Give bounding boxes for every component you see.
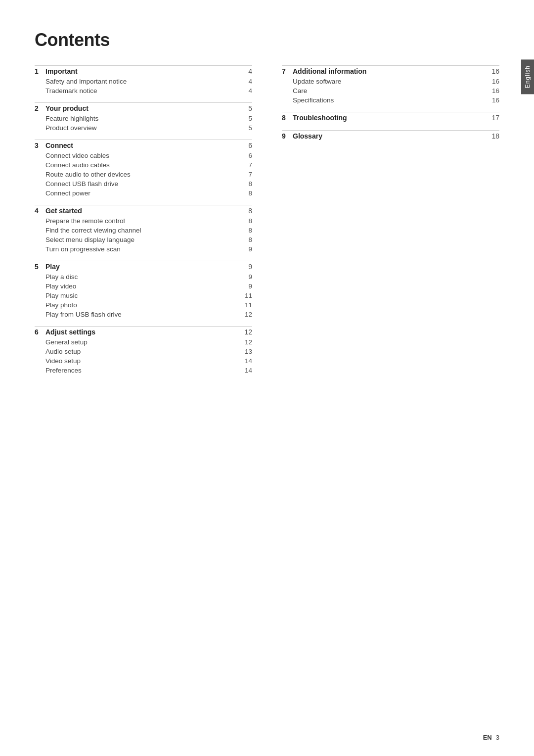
section-subitems-6: General setup12Audio setup13Video setup1… bbox=[35, 337, 252, 375]
sub-item-row: Preferences14 bbox=[35, 366, 252, 375]
toc-section-header-2: 2Your product5 bbox=[35, 102, 252, 114]
sub-item-page: 5 bbox=[237, 115, 252, 122]
section-title-1: Important bbox=[45, 67, 237, 75]
sub-item-label: General setup bbox=[45, 338, 237, 346]
sub-item-label: Play video bbox=[45, 283, 237, 290]
sub-item-page: 8 bbox=[237, 217, 252, 225]
section-page-5: 9 bbox=[237, 263, 252, 271]
toc-layout: 1Important4Safety and important notice4T… bbox=[35, 65, 499, 375]
page-container: English Contents 1Important4Safety and i… bbox=[0, 0, 534, 756]
section-title-9: Glossary bbox=[293, 132, 485, 140]
sub-item-page: 9 bbox=[237, 273, 252, 281]
footer-page-number: 3 bbox=[496, 734, 499, 741]
sub-item-label: Connect audio cables bbox=[45, 161, 237, 169]
toc-section-header-5: 5Play9 bbox=[35, 261, 252, 272]
sub-item-row: Turn on progressive scan9 bbox=[35, 244, 252, 254]
sub-item-page: 9 bbox=[237, 245, 252, 253]
sub-item-page: 8 bbox=[237, 227, 252, 234]
sub-item-label: Trademark notice bbox=[45, 87, 237, 94]
page-footer: EN 3 bbox=[483, 734, 499, 741]
toc-section-6: 6Adjust settings12General setup12Audio s… bbox=[35, 326, 252, 375]
sub-item-label: Find the correct viewing channel bbox=[45, 227, 237, 234]
sub-item-row: Play video9 bbox=[35, 282, 252, 291]
sub-item-label: Video setup bbox=[45, 357, 237, 365]
sub-item-row: Video setup14 bbox=[35, 356, 252, 366]
section-subitems-5: Play a disc9Play video9Play music11Play … bbox=[35, 272, 252, 319]
sub-item-page: 16 bbox=[485, 87, 499, 94]
sub-item-row: Connect USB flash drive8 bbox=[35, 179, 252, 189]
sub-item-row: Product overview5 bbox=[35, 123, 252, 133]
sub-item-page: 4 bbox=[237, 78, 252, 85]
sub-item-page: 4 bbox=[237, 87, 252, 94]
sub-item-page: 16 bbox=[485, 96, 499, 104]
sub-item-page: 6 bbox=[237, 152, 252, 159]
toc-section-header-4: 4Get started8 bbox=[35, 205, 252, 216]
sub-item-label: Connect power bbox=[45, 189, 237, 197]
sub-item-row: General setup12 bbox=[35, 337, 252, 347]
section-page-6: 12 bbox=[237, 328, 252, 336]
section-title-3: Connect bbox=[45, 142, 237, 149]
section-number-5: 5 bbox=[35, 263, 45, 271]
section-number-9: 9 bbox=[282, 132, 293, 140]
sub-item-label: Feature highlights bbox=[45, 115, 237, 122]
toc-section-7: 7Additional information16Update software… bbox=[282, 65, 499, 105]
section-subitems-7: Update software16Care16Specifications16 bbox=[282, 77, 499, 105]
toc-section-header-1: 1Important4 bbox=[35, 65, 252, 77]
sub-item-row: Update software16 bbox=[282, 77, 499, 86]
sub-item-label: Connect USB flash drive bbox=[45, 180, 237, 188]
section-title-7: Additional information bbox=[293, 67, 485, 75]
toc-section-header-6: 6Adjust settings12 bbox=[35, 326, 252, 337]
toc-section-4: 4Get started8Prepare the remote control8… bbox=[35, 205, 252, 254]
section-title-5: Play bbox=[45, 263, 237, 271]
section-title-8: Troubleshooting bbox=[293, 114, 485, 122]
section-number-8: 8 bbox=[282, 114, 293, 122]
sub-item-row: Specifications16 bbox=[282, 95, 499, 105]
sub-item-row: Connect video cables6 bbox=[35, 151, 252, 160]
sub-item-page: 16 bbox=[485, 78, 499, 85]
sub-item-row: Play from USB flash drive12 bbox=[35, 310, 252, 319]
toc-section-9: 9Glossary18 bbox=[282, 130, 499, 142]
toc-section-8: 8Troubleshooting17 bbox=[282, 112, 499, 123]
section-number-2: 2 bbox=[35, 104, 45, 112]
sub-item-label: Care bbox=[293, 87, 485, 94]
section-number-6: 6 bbox=[35, 328, 45, 336]
section-number-4: 4 bbox=[35, 207, 45, 215]
sub-item-row: Route audio to other devices7 bbox=[35, 170, 252, 179]
sub-item-row: Play a disc9 bbox=[35, 272, 252, 282]
sub-item-label: Connect video cables bbox=[45, 152, 237, 159]
sub-item-page: 11 bbox=[237, 292, 252, 299]
toc-section-header-8: 8Troubleshooting17 bbox=[282, 112, 499, 123]
sub-item-row: Trademark notice4 bbox=[35, 86, 252, 95]
sub-item-label: Update software bbox=[293, 78, 485, 85]
sidebar-language-tab: English bbox=[521, 59, 534, 94]
sub-item-row: Connect audio cables7 bbox=[35, 160, 252, 170]
sub-item-page: 7 bbox=[237, 171, 252, 178]
sub-item-page: 12 bbox=[237, 311, 252, 318]
sub-item-row: Safety and important notice4 bbox=[35, 77, 252, 86]
sub-item-page: 8 bbox=[237, 189, 252, 197]
sub-item-label: Play a disc bbox=[45, 273, 237, 281]
section-page-2: 5 bbox=[237, 104, 252, 112]
toc-section-header-7: 7Additional information16 bbox=[282, 65, 499, 77]
sub-item-page: 8 bbox=[237, 180, 252, 188]
sub-item-row: Connect power8 bbox=[35, 189, 252, 198]
section-subitems-2: Feature highlights5Product overview5 bbox=[35, 114, 252, 133]
sub-item-label: Play from USB flash drive bbox=[45, 311, 237, 318]
sub-item-page: 8 bbox=[237, 236, 252, 243]
section-number-7: 7 bbox=[282, 67, 293, 75]
section-number-1: 1 bbox=[35, 67, 45, 75]
sub-item-page: 5 bbox=[237, 124, 252, 132]
sub-item-label: Route audio to other devices bbox=[45, 171, 237, 178]
section-title-2: Your product bbox=[45, 104, 237, 112]
sub-item-label: Safety and important notice bbox=[45, 78, 237, 85]
sub-item-label: Preferences bbox=[45, 367, 237, 374]
sub-item-row: Play photo11 bbox=[35, 300, 252, 310]
section-page-3: 6 bbox=[237, 142, 252, 149]
sub-item-page: 9 bbox=[237, 283, 252, 290]
section-page-4: 8 bbox=[237, 207, 252, 215]
section-page-1: 4 bbox=[237, 67, 252, 75]
toc-section-2: 2Your product5Feature highlights5Product… bbox=[35, 102, 252, 133]
toc-section-1: 1Important4Safety and important notice4T… bbox=[35, 65, 252, 95]
sub-item-page: 14 bbox=[237, 357, 252, 365]
sub-item-page: 13 bbox=[237, 348, 252, 355]
